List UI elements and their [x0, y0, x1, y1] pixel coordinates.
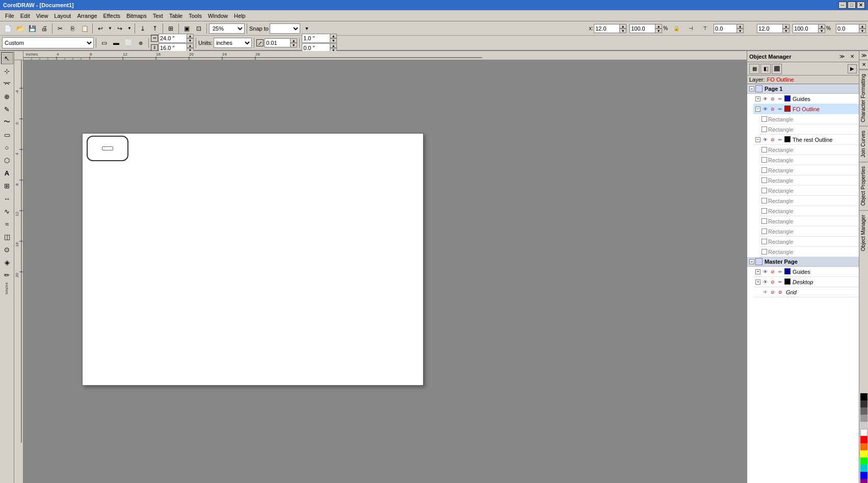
rest-toggle[interactable]: − [755, 137, 760, 142]
landscape-btn[interactable]: ▬ [111, 37, 122, 48]
zoom-tool-btn[interactable]: ⊕ [1, 90, 13, 103]
color-midgray[interactable] [860, 415, 867, 422]
layer-guides[interactable]: + 👁 ⊘ ✏ Guides [753, 94, 859, 104]
paste-btn[interactable]: 📋 [79, 23, 90, 34]
fo-rect2[interactable]: Rectangle [759, 124, 859, 135]
connector-tool-btn[interactable]: ∿ [1, 205, 13, 217]
page-w-up[interactable]: ▲ [187, 34, 194, 38]
fo-lock-icon[interactable]: ⊘ [769, 106, 776, 113]
cut-btn[interactable]: ✂ [55, 23, 66, 34]
lock-ratio-btn[interactable]: 🔒 [671, 23, 682, 34]
border-btn[interactable]: ▣ [181, 23, 192, 34]
color-purple[interactable] [860, 479, 867, 483]
snap-select[interactable] [270, 23, 300, 34]
fo-rect1-check[interactable] [761, 116, 767, 122]
copy-btn[interactable]: ⎘ [67, 23, 78, 34]
import-btn[interactable]: ⤓ [137, 23, 148, 34]
nudge2-down[interactable]: ▼ [330, 38, 337, 43]
show-both-btn[interactable]: ⬛ [772, 64, 782, 74]
rot-input[interactable] [714, 24, 737, 33]
guides-toggle[interactable]: + [755, 96, 760, 101]
page-w-input[interactable] [159, 34, 187, 43]
master-page-header[interactable]: − Master Page [747, 257, 859, 267]
fo-print-icon[interactable]: ✏ [777, 106, 784, 113]
x2-spin-down[interactable]: ▼ [859, 29, 866, 33]
rest-rect5[interactable]: Rectangle [759, 186, 859, 196]
undo-btn[interactable]: ↩ [95, 23, 106, 34]
rest-rect4-check[interactable] [761, 177, 767, 183]
md-visible-icon[interactable]: 👁 [761, 278, 769, 286]
x-input[interactable] [594, 24, 619, 33]
far-right-expand[interactable]: ≫ [859, 51, 869, 60]
far-right-close[interactable]: ✕ [859, 60, 869, 69]
gr-visible-icon[interactable]: 👁 [761, 289, 769, 296]
gr-lock-icon[interactable]: ⊘ [769, 289, 776, 296]
color-white[interactable] [860, 429, 867, 436]
h-spin-up[interactable]: ▲ [818, 24, 825, 29]
nudge3-up[interactable]: ▲ [330, 43, 337, 48]
master-guides-toggle[interactable]: + [755, 269, 760, 274]
polygon-tool-btn[interactable]: ⬡ [1, 154, 13, 166]
page-w-down[interactable]: ▼ [187, 38, 194, 43]
color-black[interactable] [860, 393, 867, 400]
close-btn[interactable]: ✕ [857, 2, 865, 9]
show-objects-btn[interactable]: ◧ [760, 64, 771, 74]
page-h-up[interactable]: ▲ [187, 43, 194, 48]
blend-tool-btn[interactable]: ≈ [1, 218, 13, 230]
canvas-scroll[interactable] [23, 60, 747, 483]
layer-fo-outline[interactable]: − 👁 ⊘ ✏ FO Outline [753, 104, 859, 114]
show-layers-btn[interactable]: ▦ [749, 64, 759, 74]
x-spin-up[interactable]: ▲ [619, 24, 626, 29]
color-blue[interactable] [860, 472, 867, 479]
save-btn[interactable]: 💾 [27, 23, 38, 34]
rest-rect1[interactable]: Rectangle [759, 145, 859, 155]
menu-layout[interactable]: Layout [51, 12, 74, 20]
nudge-input[interactable] [265, 38, 290, 47]
menu-view[interactable]: View [33, 12, 51, 20]
nudge2-input[interactable] [302, 34, 330, 43]
table-tool-btn[interactable]: ⊞ [1, 180, 13, 192]
guides-visible-icon[interactable]: 👁 [761, 95, 769, 103]
launcher-btn[interactable]: ⊞ [165, 23, 176, 34]
redo-arrow[interactable]: ▼ [126, 23, 133, 34]
tab-join-curves[interactable]: Join Curves [859, 126, 869, 162]
maximize-btn[interactable]: □ [848, 2, 856, 9]
tab-character-formatting[interactable]: Character Formatting [859, 69, 869, 126]
color-gray[interactable] [860, 408, 867, 415]
color-green[interactable] [860, 457, 867, 465]
color-orange[interactable] [860, 443, 867, 450]
gr-print-icon[interactable]: ⊘ [777, 289, 784, 296]
mg-print-icon[interactable]: ✏ [777, 268, 784, 275]
menu-window[interactable]: Window [205, 12, 231, 20]
color-yellow[interactable] [860, 450, 867, 457]
menu-help[interactable]: Help [231, 12, 249, 20]
y-spin-up[interactable]: ▲ [782, 24, 790, 29]
page-size-select[interactable]: Custom Letter A4 [2, 37, 94, 48]
new-btn[interactable]: 📄 [2, 23, 13, 34]
rest-rect6-check[interactable] [761, 198, 767, 204]
mg-lock-icon[interactable]: ⊘ [769, 268, 776, 275]
print-btn[interactable]: 🖨 [39, 23, 50, 34]
rot-spin-up[interactable]: ▲ [737, 24, 744, 29]
select-tool-btn[interactable]: ↖ [1, 52, 13, 64]
guides-print-icon[interactable]: ✏ [777, 95, 784, 103]
rest-rect8-check[interactable] [761, 218, 767, 224]
menu-arrange[interactable]: Arrange [74, 12, 100, 20]
ellipse-tool-btn[interactable]: ○ [1, 141, 13, 154]
open-btn[interactable]: 📂 [14, 23, 25, 34]
nudge2-up[interactable]: ▲ [330, 34, 337, 38]
canvas-rounded-rect[interactable] [87, 136, 128, 161]
undo-arrow[interactable]: ▼ [107, 23, 113, 34]
x-spin-down[interactable]: ▼ [619, 29, 626, 33]
tab-object-manager[interactable]: Object Manager [859, 210, 869, 255]
master-toggle[interactable]: − [749, 259, 754, 264]
menu-effects[interactable]: Effects [100, 12, 123, 20]
rest-rect6[interactable]: Rectangle [759, 196, 859, 206]
color-red[interactable] [860, 436, 867, 443]
rest-rect11-check[interactable] [761, 249, 767, 255]
bleed-btn[interactable]: ⊕ [135, 37, 146, 48]
menu-text[interactable]: Text [150, 12, 166, 20]
rest-rect4[interactable]: Rectangle [759, 175, 859, 186]
master-guides-layer[interactable]: + 👁 ⊘ ✏ Guides [753, 267, 859, 277]
fo-rect1[interactable]: Rectangle [759, 114, 859, 124]
